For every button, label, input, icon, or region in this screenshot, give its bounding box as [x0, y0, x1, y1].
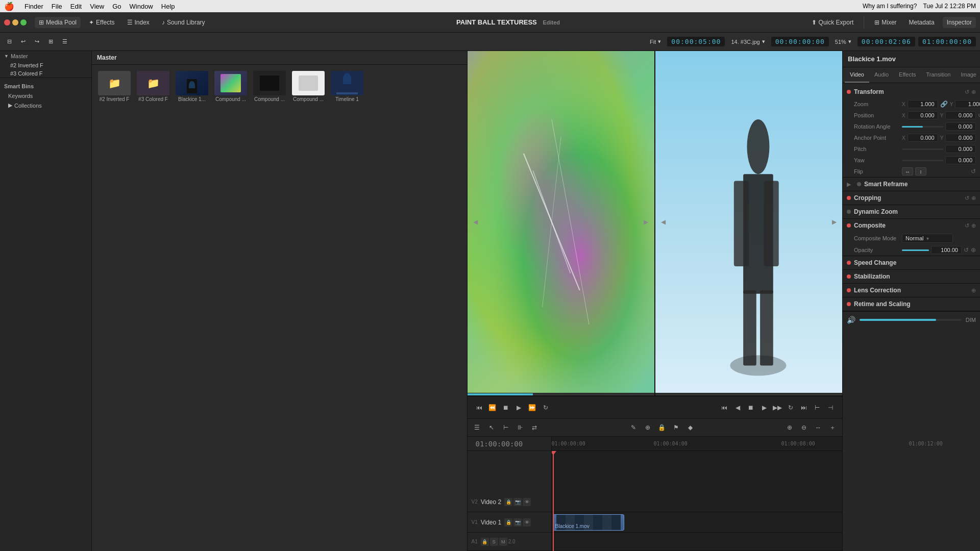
tl-pen[interactable]: ✎	[628, 422, 639, 433]
cropping-header[interactable]: Cropping ↺ ⊕	[843, 191, 980, 205]
program-next-btn[interactable]: ▶	[828, 216, 840, 228]
mixer-button[interactable]: ⊞ Mixer	[870, 17, 900, 28]
dest-timecode[interactable]: 00:00:00:00	[771, 37, 829, 46]
tl-select[interactable]: ↖	[486, 422, 497, 433]
flip-v-btn[interactable]: ↕	[915, 167, 926, 176]
prog-next-frame[interactable]: ▶▶	[772, 402, 783, 413]
media-thumb-compound1[interactable]: Compound ...	[212, 69, 249, 105]
transform-expand[interactable]: ⊕	[971, 89, 976, 95]
source-timecode[interactable]: 00:00:05:00	[667, 37, 725, 46]
inspector-button[interactable]: Inspector	[943, 17, 976, 28]
media-thumb-inverted[interactable]: 📁 #2 Inverted F	[96, 69, 133, 105]
a1-solo[interactable]: S	[490, 538, 498, 546]
undo-btn[interactable]: ↩	[18, 37, 29, 46]
maximize-button[interactable]	[20, 19, 27, 26]
menu-go[interactable]: Go	[112, 3, 121, 10]
index-button[interactable]: ☰ Index	[123, 17, 154, 28]
cropping-reset[interactable]: ↺	[965, 195, 969, 202]
rotation-value[interactable]: 0.000	[945, 122, 976, 131]
menu-help[interactable]: Help	[161, 3, 175, 10]
current-timecode[interactable]: 01:00:00:00	[918, 37, 976, 46]
lens-correction-add[interactable]: ⊕	[971, 287, 976, 294]
tl-marker[interactable]: ◆	[685, 422, 696, 433]
tl-flag[interactable]: ⚑	[671, 422, 682, 433]
prog-next-edit[interactable]: ⊣	[825, 402, 836, 413]
effects-button[interactable]: ✦ Effects	[85, 17, 118, 28]
composite-reset[interactable]: ↺	[965, 222, 969, 229]
tl-add[interactable]: ＋	[827, 422, 838, 433]
composite-add[interactable]: ⊕	[971, 222, 976, 229]
prog-play[interactable]: ▶	[758, 402, 770, 413]
transport-next-frame[interactable]: ⏩	[527, 402, 538, 413]
speed-change-header[interactable]: Speed Change	[843, 256, 980, 269]
playhead[interactable]	[553, 451, 554, 551]
retime-scaling-header[interactable]: Retime and Scaling	[843, 297, 980, 311]
track-row-v1[interactable]: Blackice 1.mov	[552, 512, 843, 533]
transport-go-start[interactable]: ⏮	[474, 402, 485, 413]
preview-prev-btn[interactable]: ◀	[470, 216, 482, 228]
cropping-add[interactable]: ⊕	[971, 195, 976, 202]
transport-play[interactable]: ▶	[513, 402, 525, 413]
lens-correction-header[interactable]: Lens Correction ⊕	[843, 284, 980, 297]
program-prev-btn[interactable]: ◀	[657, 216, 670, 228]
transport-prev-frame[interactable]: ⏪	[487, 402, 498, 413]
tab-transition[interactable]: Transition	[921, 67, 956, 83]
media-thumb-compound2[interactable]: Compound ...	[251, 69, 288, 105]
rotation-slider[interactable]	[902, 126, 943, 128]
transport-loop[interactable]: ↻	[540, 402, 551, 413]
quick-export-button[interactable]: ⬆ Quick Export	[807, 17, 858, 28]
zoom-link[interactable]: 🔗	[940, 101, 948, 108]
v1-lock[interactable]: 🔒	[504, 518, 512, 527]
program-progress[interactable]	[655, 393, 842, 396]
v2-camera[interactable]: 📷	[513, 498, 522, 506]
media-thumb-colored[interactable]: 📁 #3 Colored F	[135, 69, 172, 105]
pitch-slider[interactable]	[902, 148, 943, 150]
minimize-button[interactable]	[12, 19, 18, 26]
tab-audio[interactable]: Audio	[869, 67, 894, 83]
menu-file[interactable]: File	[52, 3, 62, 10]
tab-image[interactable]: Image	[955, 67, 980, 83]
transform-sync[interactable]: ↺	[971, 168, 976, 175]
apple-menu[interactable]: 🍎	[4, 2, 14, 11]
tab-effects[interactable]: Effects	[894, 67, 921, 83]
media-thumb-compound3[interactable]: Compound ...	[290, 69, 327, 105]
tree-item-inverted[interactable]: #2 Inverted F	[0, 61, 91, 69]
v2-lock[interactable]: 🔒	[504, 498, 512, 506]
tl-zoom-out[interactable]: ⊖	[798, 422, 810, 433]
opacity-add[interactable]: ⊕	[971, 246, 976, 254]
pos-reset[interactable]: ↺	[978, 112, 980, 119]
tl-zoom-in[interactable]: ⊕	[784, 422, 795, 433]
stabilization-header[interactable]: Stabilization	[843, 270, 980, 283]
master-section-header[interactable]: ▼ Master	[0, 51, 91, 61]
v1-camera[interactable]: 📷	[513, 518, 522, 527]
a1-lock[interactable]: 🔒	[481, 538, 489, 546]
transform-reset[interactable]: ↺	[965, 89, 969, 95]
opacity-slider[interactable]	[902, 249, 929, 251]
tl-lock[interactable]: 🔒	[656, 422, 668, 433]
preview-source[interactable]: ◀ ▶	[468, 51, 654, 393]
close-button[interactable]	[4, 19, 10, 26]
volume-icon[interactable]: 🔊	[847, 316, 855, 324]
composite-mode-dropdown[interactable]: Normal ▾	[902, 234, 953, 243]
menu-view[interactable]: View	[90, 3, 104, 10]
sound-library-button[interactable]: ♪ Sound Library	[158, 17, 209, 28]
volume-slider[interactable]	[860, 319, 962, 321]
media-thumb-blackice[interactable]: Blackice 1...	[174, 69, 210, 105]
list-view-btn[interactable]: ☰	[59, 37, 70, 46]
prog-loop[interactable]: ↻	[785, 402, 796, 413]
pos-x-value[interactable]: 0.000	[908, 111, 938, 119]
tree-item-colored[interactable]: #3 Colored F	[0, 69, 91, 78]
panel-toggle[interactable]: ⊟	[4, 37, 15, 46]
tl-blade[interactable]: ⊪	[514, 422, 526, 433]
tab-video[interactable]: Video	[845, 67, 869, 83]
pitch-value[interactable]: 0.000	[945, 145, 976, 153]
tl-menu[interactable]: ☰	[472, 422, 483, 433]
collections-item[interactable]: ▶ Collections	[0, 101, 91, 110]
menu-window[interactable]: Window	[130, 3, 153, 10]
tl-zoom-fit[interactable]: ↔	[813, 422, 824, 433]
prog-stop[interactable]: ⏹	[745, 402, 756, 413]
zoom-percent[interactable]: 51% ▾	[832, 37, 854, 46]
prog-go-start[interactable]: ⏮	[719, 402, 730, 413]
a1-mute[interactable]: M	[499, 538, 507, 546]
source-progress[interactable]	[468, 393, 654, 396]
